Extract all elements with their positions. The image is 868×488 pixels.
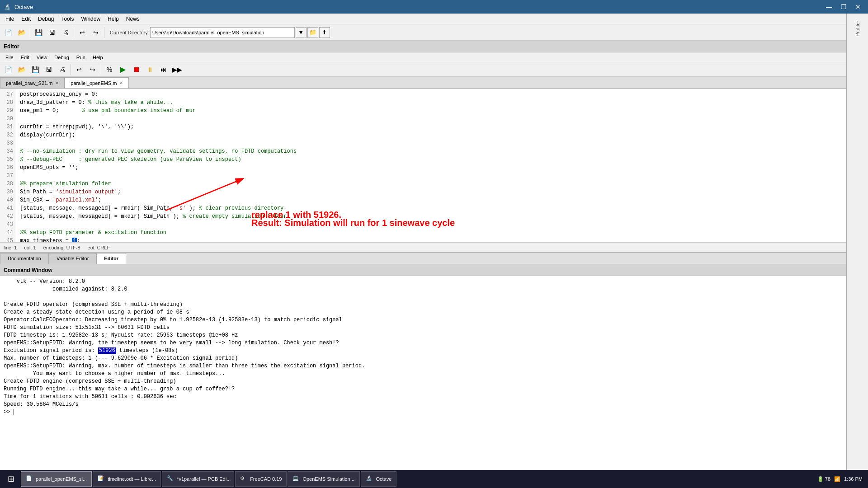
taskbar-octave2-icon: 🔬	[366, 475, 373, 483]
taskbar-pcb-icon: 🔧	[167, 475, 174, 483]
editor-menu-run[interactable]: Run	[73, 54, 89, 61]
editor-save-button[interactable]: 💾	[29, 63, 42, 76]
menu-tools[interactable]: Tools	[57, 15, 77, 23]
maximize-button[interactable]: ❐	[837, 1, 850, 12]
status-encoding: encoding: UTF-8	[43, 245, 80, 250]
status-line: line: 1	[4, 245, 17, 250]
toolbar-separator-2	[74, 27, 74, 38]
close-button[interactable]: ✕	[852, 1, 864, 12]
editor-save-all-button[interactable]: 🖫	[42, 63, 55, 76]
current-dir-input[interactable]	[150, 27, 295, 38]
taskbar-btn-octave[interactable]: 📄 parallel_openEMS_si...	[21, 471, 92, 487]
editor-continue-button[interactable]: ▶▶	[171, 63, 184, 76]
profiler-label[interactable]: Profiler	[855, 21, 860, 37]
cmd-line-3	[4, 293, 864, 301]
save-as-button[interactable]: 🖫	[46, 26, 58, 39]
taskbar-octave-icon: 📄	[26, 475, 33, 483]
undo-button[interactable]: ↩	[76, 26, 89, 39]
taskbar-octave2-label: Octave	[376, 476, 392, 482]
toolbar-separator-1	[30, 27, 30, 38]
editor-print-button[interactable]: 🖨	[56, 63, 69, 76]
code-editor[interactable]: 27282930 31323334 35363738 39404142 4344…	[0, 89, 868, 242]
taskbar-btn-octave2[interactable]: 🔬 Octave	[361, 471, 396, 487]
editor-redo-button[interactable]: ↪	[86, 63, 99, 76]
taskbar-right: 🔋 78 📶 1:36 PM	[817, 476, 866, 482]
editor-menu-edit[interactable]: Edit	[17, 54, 33, 61]
minimize-button[interactable]: —	[823, 1, 835, 12]
menu-edit[interactable]: Edit	[18, 15, 34, 23]
cmd-line-14: Create FDTD engine (compressed SSE + mul…	[4, 378, 864, 385]
editor-toolbar: 📄 📂 💾 🖫 🖨 ↩ ↪ % ▶ ⏹ ⏸ ⏭ ▶▶	[0, 62, 868, 77]
cmd-line-2: compiled against: 8.2.0	[4, 286, 864, 293]
editor-tab-2-label: parallel_openEMS.m	[71, 80, 117, 86]
doc-tab-documentation[interactable]: Documentation	[0, 253, 49, 264]
editor-toolbar-sep2	[101, 64, 101, 75]
cmd-line-4: Create FDTD operator (compressed SSE + m…	[4, 301, 864, 309]
editor-open-button[interactable]: 📂	[15, 63, 28, 76]
taskbar-octave-label: parallel_openEMS_si...	[36, 476, 87, 482]
command-content[interactable]: vtk -- Version: 8.2.0 compiled against: …	[0, 276, 868, 471]
save-button[interactable]: 💾	[32, 26, 45, 39]
status-eol: eol: CRLF	[88, 245, 110, 250]
taskbar-btn-pcb[interactable]: 🔧 *v1parallel — PCB Edi...	[162, 471, 234, 487]
editor-menu-file[interactable]: File	[2, 54, 17, 61]
toolbar-separator-3	[104, 27, 104, 38]
editor-toolbar-sep1	[71, 64, 71, 75]
command-section: Command Window ⬡ ✕ vtk -- Version: 8.2.0…	[0, 264, 868, 483]
menu-news[interactable]: News	[123, 15, 143, 23]
taskbar-btn-openems[interactable]: 💻 OpenEMS Simulation ...	[288, 471, 360, 487]
new-file-button[interactable]: 📄	[2, 26, 14, 39]
taskbar-time: 1:36 PM	[844, 476, 863, 482]
editor-tab-1-close[interactable]: ✕	[55, 80, 59, 85]
cmd-line-7: FDTD simulation size: 51x51x31 --> 80631…	[4, 324, 864, 332]
taskbar-btn-freecad[interactable]: ⚙ FreeCAD 0.19	[235, 471, 287, 487]
editor-menu-view[interactable]: View	[33, 54, 51, 61]
cmd-line-17: Speed: 30.5884 MCells/s	[4, 401, 864, 408]
menu-file[interactable]: File	[2, 15, 18, 23]
cmd-line-6: Operator:CalcECOperator: Decreasing time…	[4, 316, 864, 324]
titlebar-left: 🔬 Octave	[4, 4, 33, 10]
editor-undo-button[interactable]: ↩	[73, 63, 85, 76]
start-button[interactable]: ⊞	[2, 471, 20, 487]
editor-tab-2-close[interactable]: ✕	[119, 80, 123, 85]
open-dir-button[interactable]: 📁	[307, 27, 318, 38]
print-button[interactable]: 🖨	[59, 26, 72, 39]
cmd-line-13: You may want to choose a higher number o…	[4, 370, 864, 378]
open-file-button[interactable]: 📂	[15, 26, 28, 39]
menu-window[interactable]: Window	[77, 15, 104, 23]
main-toolbar: 📄 📂 💾 🖫 🖨 ↩ ↪ Current Directory: ▼ 📁 ⬆	[0, 24, 868, 41]
editor-tab-1[interactable]: parallel_draw_S21.m ✕	[0, 77, 65, 88]
browse-dir-button[interactable]: ▼	[296, 27, 307, 38]
editor-step-button[interactable]: ⏭	[157, 63, 170, 76]
taskbar-freecad-icon: ⚙	[240, 475, 247, 483]
editor-comment-button[interactable]: %	[103, 63, 116, 76]
editor-status-bar: line: 1 col: 1 encoding: UTF-8 eol: CRLF	[0, 242, 868, 252]
doc-tab-bar: Documentation Variable Editor Editor	[0, 253, 868, 264]
parent-dir-button[interactable]: ⬆	[319, 27, 330, 38]
code-text[interactable]: postprocessing_only = 0; draw_3d_pattern…	[16, 89, 861, 242]
doc-tab-variable-editor[interactable]: Variable Editor	[49, 253, 96, 264]
current-dir-label: Current Directory:	[110, 30, 149, 35]
doc-tab-editor[interactable]: Editor	[96, 253, 126, 264]
editor-pause-button[interactable]: ⏸	[144, 63, 156, 76]
editor-run-button[interactable]: ▶	[117, 63, 129, 76]
taskbar-btn-libreoffice[interactable]: 📝 timeline.odt — Libre...	[93, 471, 161, 487]
redo-button[interactable]: ↪	[90, 26, 102, 39]
editor-menu-help[interactable]: Help	[89, 54, 107, 61]
taskbar-openems-icon: 💻	[292, 475, 300, 483]
editor-tab-2[interactable]: parallel_openEMS.m ✕	[65, 77, 129, 88]
app-icon: 🔬	[4, 4, 11, 10]
editor-stop-button[interactable]: ⏹	[130, 63, 143, 76]
taskbar-openems-label: OpenEMS Simulation ...	[302, 476, 355, 482]
cmd-prompt-line[interactable]: >>	[4, 408, 864, 416]
cmd-line-9: openEMS::SetupFDTD: Warning, the timeste…	[4, 339, 864, 347]
taskbar-libreoffice-icon: 📝	[98, 475, 105, 483]
title-bar: 🔬 Octave — ❐ ✕	[0, 0, 868, 14]
editor-section: Editor ⬡ ✕ File Edit View Debug Run Help…	[0, 41, 868, 253]
cmd-line-15: Running FDTD engine... this may take a w…	[4, 385, 864, 393]
taskbar: ⊞ 📄 parallel_openEMS_si... 📝 timeline.od…	[0, 470, 868, 488]
editor-new-button[interactable]: 📄	[2, 63, 14, 76]
menu-help[interactable]: Help	[104, 15, 123, 23]
editor-menu-debug[interactable]: Debug	[51, 54, 72, 61]
menu-debug[interactable]: Debug	[34, 15, 57, 23]
